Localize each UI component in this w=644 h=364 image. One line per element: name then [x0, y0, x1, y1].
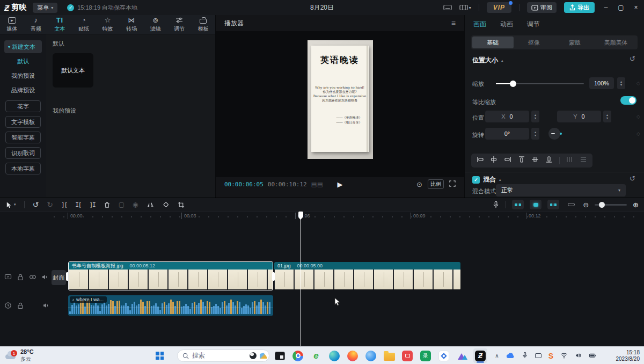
tab-animation[interactable]: 动画: [500, 20, 513, 29]
sidebar-item-my-presets[interactable]: 我的预设: [4, 69, 42, 82]
lock-icon[interactable]: [17, 302, 24, 311]
clip-trim-handle-right[interactable]: [272, 272, 275, 281]
tab-template[interactable]: 模板: [192, 15, 216, 34]
taskbar-clock[interactable]: 15:18 2023/8/20: [616, 350, 640, 362]
app-screenshot-tool[interactable]: [273, 348, 287, 363]
timeline-ruler[interactable]: 00:00 00:03 00:06 00:09 00:12: [0, 212, 644, 221]
subtab-beauty[interactable]: 美颜美体: [596, 37, 637, 48]
speed-icon[interactable]: [4, 302, 12, 311]
stepper-down-icon[interactable]: ▾: [620, 83, 622, 86]
linkage-toggle[interactable]: [565, 200, 577, 209]
shortcut-keyboard-icon[interactable]: [443, 4, 452, 11]
ratio-button[interactable]: 比例: [428, 179, 444, 189]
select-tool-button[interactable]: ▾: [5, 201, 16, 208]
app-mountain[interactable]: [455, 348, 469, 363]
sidebar-item-lyrics-recognition[interactable]: 识别歌词: [5, 147, 41, 159]
rotate-stepper[interactable]: ▴ ▾: [531, 128, 539, 140]
player-menu-icon[interactable]: ≡: [451, 19, 456, 27]
uniform-scale-toggle[interactable]: [620, 96, 636, 105]
volume-icon[interactable]: [575, 351, 582, 361]
tab-audio[interactable]: ♪ 音频: [24, 15, 48, 34]
lock-icon[interactable]: [17, 273, 24, 283]
split-button[interactable]: ][: [61, 201, 67, 208]
close-button[interactable]: ×: [632, 4, 640, 11]
tab-text[interactable]: TI 文本: [48, 15, 72, 34]
rotate-button[interactable]: [162, 201, 170, 208]
keyframe-icon[interactable]: ◇: [636, 114, 640, 119]
video-clip-1[interactable]: 书单号自制模板海报.jpg 00:00:05:12: [68, 261, 273, 290]
stepper-down-icon[interactable]: ▾: [535, 134, 536, 137]
collapse-icon[interactable]: ▴: [499, 178, 501, 182]
project-title[interactable]: 8月20日: [310, 3, 334, 12]
tab-transition[interactable]: ⋈ 转场: [120, 15, 144, 34]
preview-axis-toggle[interactable]: [512, 200, 524, 209]
review-button[interactable]: 审阅: [527, 2, 557, 13]
tab-media[interactable]: ▶ 媒体: [0, 15, 24, 34]
position-x-field[interactable]: X 0: [485, 111, 529, 122]
timeline-zoom-slider[interactable]: [595, 204, 627, 206]
sidebar-item-text-template[interactable]: 文字模板: [5, 116, 41, 128]
taskbar-search[interactable]: 搜索: [177, 350, 269, 362]
minimize-button[interactable]: –: [602, 4, 610, 11]
keyframe-icon[interactable]: ◇: [636, 81, 640, 86]
distribute-v-button[interactable]: [580, 156, 587, 165]
mirror-button[interactable]: [147, 201, 154, 208]
sogou-input-icon[interactable]: S: [548, 352, 553, 360]
frames-icon[interactable]: ▤▤: [311, 181, 324, 188]
timeline-zoom-knob[interactable]: [599, 202, 605, 208]
rotate-value-field[interactable]: 0°: [485, 128, 529, 140]
device-icon[interactable]: [535, 353, 541, 358]
tab-sticker[interactable]: ◔ 贴纸: [72, 15, 96, 34]
mute-icon[interactable]: [41, 273, 49, 283]
vip-button[interactable]: VIP: [487, 2, 511, 13]
tray-expand-icon[interactable]: ∧: [495, 353, 499, 359]
start-button[interactable]: [156, 352, 164, 360]
blend-checkbox[interactable]: ✓: [472, 176, 480, 184]
position-x-stepper[interactable]: ▴ ▾: [531, 111, 539, 122]
trim-right-button[interactable]: ]I: [89, 201, 95, 208]
tab-filter[interactable]: ⊚ 滤镜: [143, 15, 167, 34]
preview-image[interactable]: 英语晚读 Why are you working so hard! 你为什么要那…: [308, 40, 373, 159]
position-y-stepper[interactable]: ▴ ▾: [603, 111, 611, 122]
app-capcut[interactable]: Ƶ: [473, 348, 487, 363]
scale-slider-knob[interactable]: [510, 81, 516, 87]
trim-left-button[interactable]: I[: [75, 201, 81, 208]
stepper-down-icon[interactable]: ▾: [535, 117, 536, 120]
maximize-button[interactable]: ▢: [617, 4, 625, 11]
align-right-button[interactable]: [504, 156, 511, 165]
reset-icon[interactable]: ↺: [630, 174, 635, 183]
playhead[interactable]: [301, 212, 301, 346]
scale-value-field[interactable]: 100%: [589, 77, 614, 89]
delete-button[interactable]: [104, 201, 111, 208]
undo-button[interactable]: ↺: [33, 200, 39, 209]
app-diamond[interactable]: [437, 348, 451, 363]
audio-clip[interactable]: ♪ where I wa...: [68, 295, 273, 316]
auto-snap-toggle[interactable]: [547, 200, 559, 209]
align-bottom-button[interactable]: [545, 156, 553, 165]
sidebar-item-fancy-text[interactable]: 花字: [5, 100, 41, 112]
reset-icon[interactable]: ↺: [630, 55, 635, 63]
redo-button[interactable]: ↻: [47, 200, 53, 209]
reverse-button[interactable]: ◉: [133, 201, 138, 208]
app-green-browser[interactable]: e: [309, 348, 323, 363]
scale-stepper[interactable]: ▴ ▾: [617, 77, 625, 89]
export-button[interactable]: 导出: [564, 2, 595, 13]
preview-stage[interactable]: 英语晚读 Why are you working so hard! 你为什么要那…: [216, 31, 464, 177]
freeze-frame-button[interactable]: ▢: [119, 201, 125, 208]
cover-button[interactable]: 封面: [52, 270, 66, 285]
video-clip-2[interactable]: 01.jpg 00:00:05:00: [274, 262, 460, 290]
layout-icon[interactable]: ▾: [459, 4, 471, 11]
app-edge[interactable]: [327, 348, 341, 363]
visibility-icon[interactable]: [29, 273, 36, 283]
tray-mic-icon[interactable]: [522, 351, 528, 361]
sidebar-item-new-text[interactable]: ▾ 新建文本: [4, 40, 42, 53]
app-chrome[interactable]: [291, 348, 305, 363]
distribute-h-button[interactable]: [566, 156, 573, 165]
weather-widget[interactable]: 1 28°C 多云: [4, 348, 34, 362]
wifi-icon[interactable]: [560, 351, 568, 361]
mute-icon[interactable]: [42, 302, 50, 311]
stepper-down-icon[interactable]: ▾: [606, 117, 608, 120]
play-button[interactable]: ▶: [338, 180, 343, 188]
app-store-red[interactable]: [400, 348, 414, 363]
blend-mode-dropdown[interactable]: 正常 ▾: [496, 184, 626, 196]
